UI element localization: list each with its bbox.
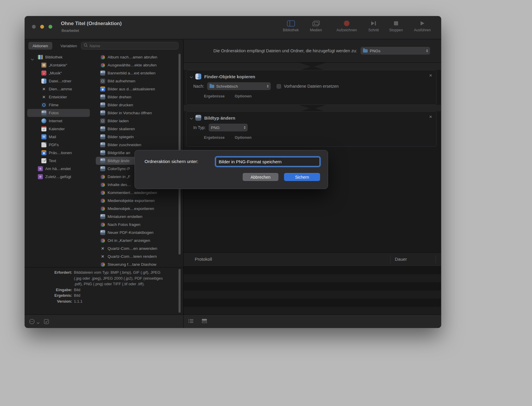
sidebar-item-filme[interactable]: Filme xyxy=(27,101,90,109)
photos-app-icon xyxy=(100,182,105,187)
image-icon xyxy=(100,102,105,107)
more-options-icon[interactable] xyxy=(29,319,35,326)
nach-label: Nach: xyxy=(193,84,204,89)
action-item[interactable]: Quartz-Com…teien rendern xyxy=(96,252,177,260)
checkbox-filter-icon[interactable] xyxy=(44,319,49,325)
disclosure-chevron-icon[interactable] xyxy=(190,75,193,78)
action-item[interactable]: Bilder in Vorschau öffnen xyxy=(96,109,177,117)
search-field[interactable] xyxy=(81,42,179,50)
image-icon xyxy=(41,110,46,115)
workflow-connector xyxy=(184,105,441,111)
minimize-button[interactable] xyxy=(40,25,44,29)
toolbar-medien-button[interactable]: Medien xyxy=(302,19,330,32)
ergebnisse-link[interactable]: Ergebnisse xyxy=(204,135,225,140)
workflow-header-text: Die Ordneraktion empfängt Dateien und Or… xyxy=(213,48,357,53)
action-item[interactable]: Ort in „Karten“ anzeigen xyxy=(96,237,177,244)
schreibtisch-popup[interactable]: Schreibtisch xyxy=(207,82,271,90)
ergebnisse-link[interactable]: Ergebnisse xyxy=(204,94,225,98)
sidebar-item-musik[interactable]: „Musik“ xyxy=(27,69,90,77)
png-typ-popup[interactable]: PNG xyxy=(209,124,248,131)
sidebar-item-am-haeufigsten-verwendet[interactable]: Am hä…endet xyxy=(27,165,90,173)
toolbar-stoppen-button[interactable]: Stoppen xyxy=(382,19,410,32)
action-item[interactable]: Quartz-Com…en anwenden xyxy=(96,244,177,252)
action-item[interactable]: Nach Fotos fragen xyxy=(96,221,177,229)
photos-app-icon xyxy=(100,206,105,211)
close-button[interactable] xyxy=(32,25,36,29)
info-scrollbar[interactable] xyxy=(179,269,181,313)
globe-icon xyxy=(41,118,46,123)
eingabe-label: Eingabe: xyxy=(25,287,74,293)
block-title: Finder-Objekte kopieren xyxy=(204,74,255,79)
close-icon[interactable]: × xyxy=(429,73,432,78)
search-input[interactable] xyxy=(90,44,176,48)
action-item[interactable]: Kommentiert…wiedergeben xyxy=(96,189,177,197)
photos-app-icon xyxy=(100,190,105,195)
sidebar-item-internet[interactable]: Internet xyxy=(27,117,90,125)
checkbox[interactable] xyxy=(277,84,281,89)
calendar-icon xyxy=(41,126,46,131)
save-name-input[interactable] xyxy=(216,157,320,166)
action-item[interactable]: Medienobjek…exportieren xyxy=(96,205,177,213)
titlebar: Ohne Titel (Ordneraktion) Bearbeitet Bib… xyxy=(25,16,441,39)
action-item[interactable]: Bilder zuschneiden xyxy=(96,141,177,149)
toolbar-ausfuehren-button[interactable]: Ausführen xyxy=(409,19,436,32)
protokoll-row xyxy=(184,299,441,307)
save-dialog-label: Ordneraktion sichern unter: xyxy=(145,159,198,164)
chevron-down-icon[interactable] xyxy=(31,56,33,61)
action-item[interactable]: Ausgewählte…ekte abrufen xyxy=(96,61,177,69)
window-subtitle: Bearbeitet xyxy=(61,28,79,33)
image-icon xyxy=(100,142,105,147)
action-item[interactable]: Bilder drehen xyxy=(96,93,177,101)
erfordert-label: Erfordert: xyxy=(25,270,74,287)
optionen-link[interactable]: Optionen xyxy=(235,94,252,98)
sidebar-item-dienstprogramme[interactable]: Dien…amme xyxy=(27,85,90,93)
sidebar-item-fotos[interactable]: Fotos xyxy=(27,109,90,117)
toolbar-bibliothek-button[interactable]: Bibliothek xyxy=(277,19,304,32)
action-item[interactable]: Bilder drucken xyxy=(96,101,177,109)
action-item[interactable]: Bilder skalieren xyxy=(96,125,177,133)
action-item[interactable]: Bild aufnehmen xyxy=(96,77,177,85)
chevron-down-icon[interactable] xyxy=(37,320,40,325)
close-icon[interactable]: × xyxy=(429,114,432,119)
mail-icon xyxy=(41,134,46,139)
action-item[interactable]: Miniaturen erstellen xyxy=(96,213,177,221)
panels-view-icon[interactable] xyxy=(202,319,207,325)
sidebar-item-pdfs[interactable]: PDFs xyxy=(27,141,90,149)
search-icon xyxy=(84,43,88,48)
save-button[interactable]: Sichern xyxy=(284,173,320,181)
action-item[interactable]: Bilder aus d…aktualisieren xyxy=(96,85,177,93)
cancel-button[interactable]: Abbrechen xyxy=(243,173,278,181)
action-item[interactable]: Bannerbild a…ext erstellen xyxy=(96,69,177,77)
sidebar-item-kontakte[interactable]: „Kontakte“ xyxy=(27,61,90,69)
sidebar-item-dateien-ordner[interactable]: Datei…rdner xyxy=(27,77,90,85)
folder-popup[interactable]: PNGs xyxy=(361,47,430,55)
protokoll-row xyxy=(184,291,441,299)
action-item[interactable]: Album nach…amen abrufen xyxy=(96,53,177,61)
sidebar-item-praesentationen[interactable]: Präs…tionen xyxy=(27,149,90,157)
smart-folder-icon xyxy=(38,174,43,179)
action-item[interactable]: Neuer PDF-Kontaktbogen xyxy=(96,229,177,237)
play-icon xyxy=(420,19,425,27)
action-item[interactable]: Medienobjekte exportieren xyxy=(96,197,177,205)
action-block-finder-objekte-kopieren[interactable]: Finder-Objekte kopieren × Nach: Schreibt… xyxy=(186,70,437,105)
log-list-view-icon[interactable] xyxy=(188,319,194,325)
toolbar-aufzeichnen-button[interactable]: Aufzeichnen xyxy=(333,19,360,32)
sidebar-item-text[interactable]: Text xyxy=(27,157,90,165)
sidebar-item-kalender[interactable]: Kalender xyxy=(27,125,90,133)
media-icon xyxy=(312,19,320,27)
zoom-button[interactable] xyxy=(48,25,52,29)
tab-aktionen[interactable]: Aktionen xyxy=(28,42,52,50)
optionen-link[interactable]: Optionen xyxy=(235,135,252,140)
photos-app-icon xyxy=(100,63,105,68)
action-item[interactable]: Bilder laden xyxy=(96,117,177,125)
disclosure-chevron-icon[interactable] xyxy=(190,116,193,119)
sidebar-item-mail[interactable]: Mail xyxy=(27,133,90,141)
action-block-bildtyp-aendern[interactable]: Bildtyp ändern × In Typ: PNG Ergebnisse … xyxy=(186,111,437,147)
sidebar-item-entwickler[interactable]: Entwickler xyxy=(27,93,90,101)
sidebar-item-bibliothek[interactable]: Bibliothek xyxy=(27,53,90,61)
tab-variablen[interactable]: Variablen xyxy=(56,42,81,50)
action-item[interactable]: Bilder spiegeln xyxy=(96,133,177,141)
photos-app-icon xyxy=(100,55,105,60)
sidebar-item-zuletzt-hinzugefuegt[interactable]: Zuletz…gefügt xyxy=(27,173,90,181)
movies-icon xyxy=(41,102,46,107)
